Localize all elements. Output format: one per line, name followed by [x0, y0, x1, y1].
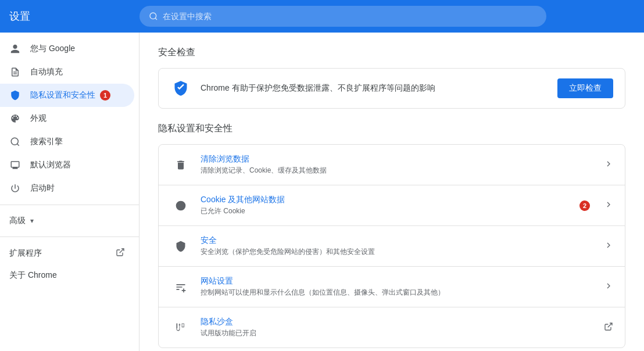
- sandbox-title: 隐私沙盒: [201, 317, 595, 327]
- sidebar-divider-2: [0, 237, 139, 237]
- sidebar-item-appearance[interactable]: 外观: [0, 107, 134, 130]
- search-bar[interactable]: [139, 6, 546, 27]
- sidebar-item-about[interactable]: 关于 Chrome: [0, 264, 134, 286]
- extensions-label: 扩展程序: [9, 248, 42, 259]
- sidebar-label-appearance: 外观: [30, 113, 46, 124]
- sidebar-item-privacy[interactable]: 隐私设置和安全性 1: [0, 84, 134, 107]
- sandbox-external-icon: [604, 322, 613, 333]
- search-sidebar-icon: [9, 136, 21, 148]
- clear-browsing-desc: 清除浏览记录、Cookie、缓存及其他数据: [201, 166, 595, 176]
- page-title: 设置: [9, 9, 126, 23]
- header: 设置: [0, 0, 644, 33]
- sidebar-label-startup: 启动时: [30, 183, 55, 194]
- safety-check-card: Chrome 有助于保护您免受数据泄露、不良扩展程序等问题的影响 立即检查: [158, 68, 625, 109]
- search-icon: [149, 12, 158, 21]
- sidebar-label-privacy: 隐私设置和安全性: [30, 90, 95, 101]
- sandbox-desc: 试用版功能已开启: [201, 328, 595, 338]
- clear-browsing-content: 清除浏览数据 清除浏览记录、Cookie、缓存及其他数据: [201, 154, 595, 176]
- privacy-item-cookies[interactable]: Cookie 及其他网站数据 已允许 Cookie 2: [159, 185, 625, 226]
- security-desc: 安全浏览（保护您免受危险网站的侵害）和其他安全设置: [201, 247, 595, 257]
- shield-small-icon: [170, 236, 191, 257]
- privacy-item-security[interactable]: 安全 安全浏览（保护您免受危险网站的侵害）和其他安全设置: [159, 226, 625, 267]
- cookies-desc: 已允许 Cookie: [201, 206, 575, 216]
- sidebar: 您与 Google 自动填充 隐私设置和安全性 1 外观 搜索引擎: [0, 33, 139, 351]
- svg-point-2: [11, 138, 18, 145]
- site-settings-content: 网站设置 控制网站可以使用和显示什么信息（如位置信息、摄像头、弹出式窗口及其他）: [201, 276, 595, 298]
- site-settings-title: 网站设置: [201, 276, 595, 286]
- cookies-badge-wrap: 2: [575, 200, 590, 211]
- safety-check-title: 安全检查: [158, 46, 625, 59]
- sidebar-divider-1: [0, 205, 139, 205]
- chevron-down-icon: ▾: [30, 217, 34, 225]
- main-layout: 您与 Google 自动填充 隐私设置和安全性 1 外观 搜索引擎: [0, 33, 644, 351]
- security-arrow: [604, 241, 613, 252]
- trash-icon: [170, 155, 191, 176]
- sidebar-item-browser[interactable]: 默认浏览器: [0, 153, 134, 177]
- svg-line-10: [608, 323, 612, 327]
- safety-shield-icon: [170, 78, 191, 99]
- svg-line-3: [17, 144, 19, 145]
- site-settings-desc: 控制网站可以使用和显示什么信息（如位置信息、摄像头、弹出式窗口及其他）: [201, 288, 595, 298]
- sandbox-content: 隐私沙盒 试用版功能已开启: [201, 317, 595, 338]
- safety-card-text: Chrome 有助于保护您免受数据泄露、不良扩展程序等问题的影响: [201, 83, 548, 94]
- document-icon: [9, 66, 21, 78]
- sidebar-item-advanced[interactable]: 高级 ▾: [0, 210, 139, 232]
- clear-browsing-arrow: [604, 159, 613, 170]
- content-area: 安全检查 Chrome 有助于保护您免受数据泄露、不良扩展程序等问题的影响 立即…: [139, 33, 644, 351]
- sidebar-label-autofill: 自动填充: [30, 67, 63, 77]
- cookies-arrow: [604, 200, 613, 211]
- sidebar-item-startup[interactable]: 启动时: [0, 177, 134, 200]
- security-content: 安全 安全浏览（保护您免受危险网站的侵害）和其他安全设置: [201, 235, 595, 257]
- privacy-item-sandbox[interactable]: 隐私沙盒 试用版功能已开启: [159, 307, 625, 348]
- sidebar-label-google: 您与 Google: [30, 44, 75, 54]
- svg-line-4: [120, 249, 124, 253]
- sidebar-item-search[interactable]: 搜索引擎: [0, 130, 134, 153]
- svg-line-1: [155, 18, 157, 20]
- sidebar-item-extensions[interactable]: 扩展程序: [0, 242, 134, 264]
- privacy-list: 清除浏览数据 清除浏览记录、Cookie、缓存及其他数据 Cookie 及其他网…: [158, 144, 625, 348]
- external-link-icon: [116, 248, 125, 259]
- privacy-item-clear-browsing[interactable]: 清除浏览数据 清除浏览记录、Cookie、缓存及其他数据: [159, 145, 625, 185]
- sidebar-item-autofill[interactable]: 自动填充: [0, 60, 134, 84]
- svg-point-5: [176, 200, 186, 210]
- sliders-icon: [170, 277, 191, 298]
- power-icon: [9, 182, 21, 194]
- svg-point-8: [179, 206, 180, 207]
- sidebar-label-search: 搜索引擎: [30, 137, 63, 147]
- flask-icon: [170, 317, 191, 338]
- privacy-item-site-settings[interactable]: 网站设置 控制网站可以使用和显示什么信息（如位置信息、摄像头、弹出式窗口及其他）: [159, 267, 625, 307]
- palette-icon: [9, 113, 21, 124]
- advanced-label: 高级: [9, 216, 26, 226]
- svg-point-0: [150, 13, 156, 19]
- person-icon: [9, 43, 21, 55]
- cookie-icon: [170, 195, 191, 216]
- search-input[interactable]: [163, 12, 537, 21]
- svg-point-7: [181, 206, 183, 207]
- check-now-button[interactable]: 立即检查: [557, 78, 613, 98]
- sidebar-item-google[interactable]: 您与 Google: [0, 37, 134, 60]
- cookies-badge: 2: [579, 200, 590, 211]
- svg-point-6: [178, 203, 180, 205]
- shield-icon: [9, 89, 21, 101]
- privacy-section-title: 隐私设置和安全性: [158, 123, 625, 135]
- site-settings-arrow: [604, 281, 613, 292]
- cookies-title: Cookie 及其他网站数据: [201, 195, 575, 205]
- clear-browsing-title: 清除浏览数据: [201, 154, 595, 164]
- svg-point-9: [182, 203, 183, 205]
- sidebar-label-browser: 默认浏览器: [30, 160, 71, 170]
- cookies-content: Cookie 及其他网站数据 已允许 Cookie: [201, 195, 575, 216]
- privacy-badge: 1: [100, 90, 110, 101]
- about-label: 关于 Chrome: [9, 270, 57, 281]
- monitor-icon: [9, 159, 21, 171]
- security-title: 安全: [201, 235, 595, 246]
